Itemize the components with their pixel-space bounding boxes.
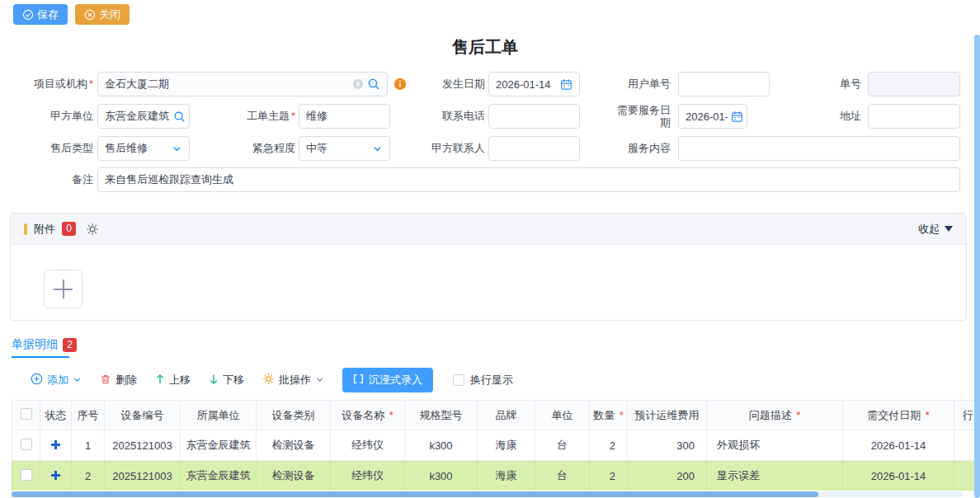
horizontal-scrollbar-thumb[interactable]: [12, 491, 818, 497]
cell-seq: 1: [72, 430, 105, 461]
detail-table-wrapper: 状态序号设备编号所属单位设备类别设备名称 *规格型号品牌单位数量 *预计运维费用…: [12, 400, 974, 491]
party-a-contact-input[interactable]: [488, 136, 580, 161]
col-header-device_name: 设备名称 *: [331, 401, 405, 430]
batch-actions-button[interactable]: 批操作: [262, 373, 324, 388]
aftersale-type-label: 售后类型: [13, 136, 93, 161]
party-a-contact-field[interactable]: [496, 137, 572, 160]
col-header-seq: 序号: [72, 401, 105, 430]
cell-est_maintenance_fee: 200: [628, 461, 707, 491]
triangle-down-icon: [945, 226, 953, 232]
info-icon[interactable]: [393, 78, 407, 91]
cell-row_extra: [954, 461, 975, 491]
select-all-checkbox[interactable]: [21, 408, 32, 420]
order-no-input: [868, 72, 960, 96]
table-row[interactable]: 12025121003东营金辰建筑检测设备经纬仪k300海康台2300外观损坏2…: [12, 430, 975, 461]
col-header-due_date: 需交付日期 *: [843, 401, 954, 430]
remark-field[interactable]: [105, 168, 953, 191]
save-button-label: 保存: [37, 7, 59, 22]
user-order-no-input[interactable]: [678, 72, 770, 96]
phone-field[interactable]: [496, 105, 572, 128]
service-date-value: 2026-01-14 0: [686, 110, 728, 123]
cell-device_code: 2025121003: [105, 461, 181, 491]
close-button[interactable]: 关闭: [75, 4, 130, 25]
clear-icon[interactable]: [352, 78, 364, 90]
row-checkbox[interactable]: [21, 439, 32, 450]
project-input[interactable]: [97, 72, 388, 96]
cell-seq: 2: [72, 461, 105, 491]
vertical-scrollbar[interactable]: [974, 35, 980, 498]
required-asterisk: *: [616, 409, 624, 421]
address-input[interactable]: [868, 104, 960, 129]
cell-owner_unit: 东营金辰建筑: [181, 430, 257, 461]
move-up-label: 上移: [169, 373, 191, 388]
delete-button[interactable]: 删除: [100, 373, 137, 388]
phone-input[interactable]: [488, 104, 580, 129]
user-order-no-field[interactable]: [686, 73, 762, 96]
delete-button-label: 删除: [115, 373, 137, 388]
project-input-field[interactable]: [105, 73, 349, 96]
table-row[interactable]: 22025121003东营金辰建筑检测设备经纬仪k300海康台2200显示误差2…: [12, 461, 975, 491]
save-button[interactable]: 保存: [13, 4, 68, 25]
subject-field[interactable]: [306, 105, 383, 128]
wrap-display-label: 换行显示: [470, 373, 513, 388]
aftersale-type-value: 售后维修: [105, 141, 168, 156]
col-header-unit: 单位: [535, 401, 590, 430]
wrap-display-checkbox[interactable]: [453, 374, 464, 386]
horizontal-scrollbar[interactable]: [12, 491, 963, 497]
close-button-label: 关闭: [99, 7, 120, 22]
wrap-display-toggle[interactable]: 换行显示: [453, 373, 513, 388]
cell-qty: 2: [590, 430, 628, 461]
required-asterisk: *: [922, 409, 930, 421]
service-date-picker[interactable]: 2026-01-14 0: [678, 104, 747, 129]
remark-input[interactable]: [97, 167, 960, 192]
search-icon[interactable]: [367, 78, 380, 91]
occur-date-value: 2026-01-14: [496, 78, 557, 91]
cell-device_category: 检测设备: [257, 430, 331, 461]
move-down-button[interactable]: 下移: [209, 373, 244, 388]
plus-icon: [54, 280, 73, 298]
service-content-field[interactable]: [686, 137, 953, 160]
tab-detail[interactable]: 单据明细 2: [12, 337, 77, 352]
add-button[interactable]: 添加: [31, 373, 82, 388]
move-up-button[interactable]: 上移: [155, 373, 191, 388]
occur-date-picker[interactable]: 2026-01-14: [488, 72, 580, 96]
cell-problem_desc: 外观损坏: [707, 430, 843, 461]
service-content-input[interactable]: [678, 136, 960, 161]
aftersale-workorder-page: 保存 关闭 售后工单 项目或机构* 发生日期 2026-01-14 用户单号 单…: [0, 0, 980, 498]
address-field[interactable]: [875, 105, 953, 128]
chevron-down-icon: [315, 374, 324, 387]
row-checkbox[interactable]: [21, 469, 32, 481]
immersive-entry-label: 沉浸式录入: [369, 373, 422, 388]
collapse-toggle[interactable]: 收起: [918, 222, 953, 237]
col-header-owner_unit: 所属单位: [181, 401, 257, 430]
plus-icon[interactable]: [51, 440, 60, 449]
detail-table-head-row: 状态序号设备编号所属单位设备类别设备名称 *规格型号品牌单位数量 *预计运维费用…: [12, 401, 975, 430]
attachment-upload-button[interactable]: [44, 270, 82, 308]
col-header-device_code: 设备编号: [105, 401, 181, 430]
required-asterisk: *: [89, 78, 93, 90]
attachment-panel-header: 附件 0 收起: [11, 214, 966, 245]
order-no-field: [875, 73, 953, 96]
subject-input[interactable]: [299, 104, 390, 129]
row-select-cell: [12, 461, 40, 491]
tab-active-underline: [12, 356, 69, 358]
header-select-cell: [12, 401, 40, 430]
trash-icon: [100, 374, 111, 388]
urgency-select[interactable]: 中等: [299, 136, 390, 161]
aftersale-type-select[interactable]: 售后维修: [97, 136, 190, 161]
immersive-entry-button[interactable]: 沉浸式录入: [342, 368, 433, 392]
cell-qty: 2: [590, 461, 628, 491]
service-content-label: 服务内容: [615, 136, 671, 161]
subject-label: 工单主题*: [205, 104, 295, 129]
party-a-unit-input[interactable]: 东营金辰建筑: [97, 104, 190, 129]
detail-table: 状态序号设备编号所属单位设备类别设备名称 *规格型号品牌单位数量 *预计运维费用…: [12, 400, 974, 491]
gear-icon[interactable]: [86, 223, 99, 236]
col-header-brand: 品牌: [478, 401, 535, 430]
occur-date-label: 发生日期: [429, 72, 485, 96]
detail-count-badge: 2: [63, 338, 77, 352]
plus-icon[interactable]: [51, 471, 60, 480]
cell-brand: 海康: [478, 461, 535, 491]
cell-device_code: 2025121003: [105, 430, 181, 461]
search-icon[interactable]: [173, 110, 186, 123]
arrow-down-icon: [209, 374, 219, 388]
